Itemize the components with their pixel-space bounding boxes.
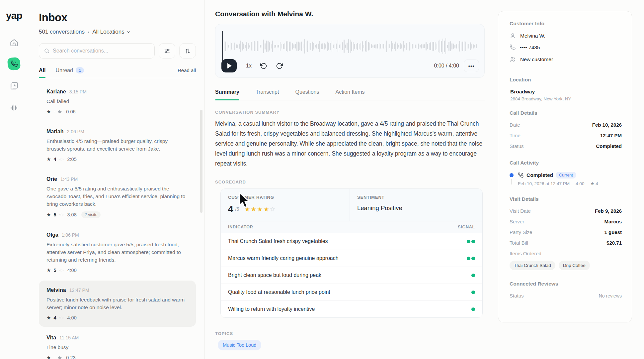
page-title: Conversation with Melvina W. — [215, 10, 313, 18]
person-icon — [510, 33, 516, 39]
star-empty-icon: ☆ — [270, 206, 276, 213]
skip-forward-button[interactable] — [276, 62, 283, 69]
conversation-list-item[interactable]: Olga 1:06 PM Extremely satisfied custome… — [39, 225, 196, 279]
detail-label: Time — [510, 133, 521, 138]
chevron-down-icon — [126, 30, 131, 34]
rating-value: 4 — [228, 204, 233, 214]
customer-phone: •••• 7435 — [520, 45, 540, 51]
conversation-duration: 0:06 — [66, 109, 75, 114]
tab-unread[interactable]: Unread 1 — [55, 67, 84, 73]
search-icon — [44, 48, 50, 54]
rotate-cw-icon — [276, 62, 283, 69]
star-icon: ★ — [46, 212, 51, 218]
star-filled-icon: ★ — [251, 206, 257, 213]
waveform-bar — [284, 43, 285, 49]
customer-name-row: Melvina W. — [510, 33, 622, 39]
conversation-list-item[interactable]: Kariane 3:15 PM Call failed ★ - 0:06 — [39, 82, 196, 121]
player-more-button[interactable]: ••• — [464, 60, 479, 72]
search-box[interactable] — [39, 43, 155, 59]
skip-back-button[interactable] — [260, 62, 267, 69]
mini-waveform-icon — [59, 157, 64, 162]
detail-row: Party Size 1 guest — [510, 229, 622, 235]
conversation-time: 1:43 PM — [60, 177, 78, 182]
mini-waveform-icon — [59, 212, 64, 217]
rating-stars: ★★★★☆ — [244, 205, 276, 213]
waveform-bar — [322, 43, 323, 49]
waveform-bar — [328, 43, 329, 50]
waveform-bar — [313, 43, 314, 50]
location-filter-dropdown[interactable]: All Locations — [92, 29, 130, 35]
detail-value: Completed — [596, 143, 622, 149]
conversation-list-item[interactable]: Melvina 12:47 PM Positive lunch feedback… — [39, 281, 196, 327]
waveform-bar — [344, 40, 344, 53]
conversation-time: 1:06 PM — [62, 232, 79, 238]
playhead-cursor[interactable] — [222, 31, 223, 61]
waveform-bar — [275, 45, 276, 48]
signal-dots — [467, 240, 475, 243]
waveform-bar — [359, 44, 360, 49]
detail-value: 1 guest — [604, 229, 622, 235]
waveform-bar — [225, 42, 226, 51]
waveform-bar — [382, 44, 382, 48]
conversation-list-item[interactable]: Mariah 2:06 PM Enthusiastic 4/5 rating—p… — [39, 122, 196, 168]
list-scrollbar[interactable] — [200, 110, 202, 213]
waveform-bar — [278, 45, 279, 48]
filter-button[interactable] — [159, 43, 175, 59]
waveform-bar — [432, 42, 433, 51]
active-tab-underline — [39, 77, 45, 78]
waveform-bar — [303, 44, 303, 48]
tab-summary[interactable]: Summary — [215, 89, 239, 95]
ordered-item-chip: Thai Crunch Salad — [510, 261, 555, 270]
tab-all[interactable]: All — [39, 67, 45, 73]
tab-questions[interactable]: Questions — [295, 89, 319, 95]
sort-button[interactable] — [179, 43, 196, 59]
waveform-bar — [394, 44, 394, 49]
conversation-meta: ★ 5 3:08 2 visits — [46, 211, 188, 218]
waveform-bar — [445, 38, 446, 54]
read-all-button[interactable]: Read all — [178, 67, 196, 73]
waveform-bar — [330, 43, 331, 50]
waveform-bar — [233, 45, 233, 48]
tab-transcript[interactable]: Transcript — [256, 89, 279, 95]
conversation-name: Kariane — [46, 89, 66, 95]
connected-reviews-title: Connected Reviews — [510, 281, 622, 287]
play-button[interactable] — [221, 59, 237, 72]
mini-waveform-icon — [59, 268, 64, 273]
inbox-title: Inbox — [39, 11, 196, 24]
conversation-list-item[interactable]: Vita 11:15 AM Line busy ★ - 0:23 — [39, 328, 196, 359]
waveform-bar — [257, 41, 258, 51]
waveform-bar — [283, 44, 283, 49]
search-input[interactable] — [53, 48, 150, 54]
waveform-bar — [318, 44, 318, 49]
topics-list: Music Too Loud — [218, 340, 261, 350]
sidebar-item-reviews[interactable] — [7, 79, 21, 92]
detail-row: Total Bill $20.71 — [510, 240, 622, 246]
conversation-duration: 3:08 — [67, 212, 77, 217]
topic-chip[interactable]: Music Too Loud — [218, 340, 261, 350]
waveform-bar — [406, 43, 407, 50]
conversation-preview: Extremely satisfied customer gave 5/5, p… — [46, 241, 188, 264]
waveform-bar — [243, 44, 244, 49]
detail-label: Party Size — [510, 229, 532, 235]
conversation-list-item[interactable]: Orie 1:43 PM Orie gave a 5/5 rating and … — [39, 170, 196, 224]
waveform-bar — [354, 44, 355, 49]
detail-row: Visit Date Feb 9, 2026 — [510, 208, 622, 214]
tab-all-label: All — [39, 67, 45, 73]
activity-rating: ★ 4 — [590, 181, 598, 186]
playback-speed-button[interactable]: 1x — [246, 63, 252, 69]
sidebar-item-home[interactable] — [7, 36, 21, 49]
indicator-text: Willing to return with loyalty incentive — [228, 306, 315, 312]
sidebar-item-conversations[interactable] — [7, 57, 21, 70]
waveform-bar — [471, 44, 472, 49]
waveform-bar — [464, 41, 464, 52]
play-icon — [227, 63, 232, 68]
waveform-bar — [242, 42, 243, 51]
waveform-bar — [383, 44, 384, 49]
mini-waveform-icon — [58, 109, 63, 114]
sidebar-item-audio[interactable] — [7, 101, 21, 114]
tab-action-items[interactable]: Action Items — [336, 89, 365, 95]
waveform-bar — [433, 42, 434, 51]
ordered-item-chip: Drip Coffee — [559, 261, 590, 270]
waveform-bar — [231, 43, 232, 50]
audio-waveform[interactable] — [222, 30, 478, 63]
